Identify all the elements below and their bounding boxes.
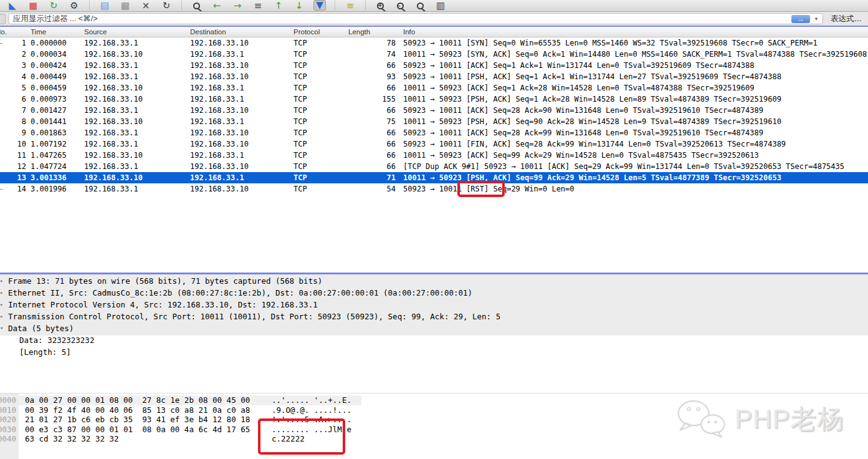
zoom-original-icon[interactable]: [417, 2, 424, 9]
column-header-info[interactable]: Info: [403, 28, 415, 36]
detail-tree-row[interactable]: [Length: 5]: [0, 346, 868, 358]
packet-row[interactable]: 60.000973192.168.33.10192.168.33.1TCP155…: [0, 94, 868, 105]
hex-offset: 0040: [0, 434, 16, 444]
apply-filter-button[interactable]: →: [791, 15, 810, 23]
packet-row[interactable]: 30.000424192.168.33.1192.168.33.10TCP665…: [0, 60, 868, 71]
auto-scroll-icon[interactable]: ▼: [313, 0, 326, 11]
cell-destination: 192.168.33.10: [190, 105, 249, 116]
column-header-no[interactable]: No.: [0, 28, 7, 36]
cell-destination: 192.168.33.10: [190, 60, 249, 71]
cell-protocol: TCP: [293, 60, 307, 71]
close-file-icon[interactable]: ×: [140, 1, 152, 11]
last-packet-icon[interactable]: ↓: [293, 1, 305, 11]
hex-ascii: .9.O@.@. ....!...: [272, 405, 351, 415]
packet-row[interactable]: –143.001996192.168.33.1192.168.33.10TCP5…: [0, 183, 868, 195]
resize-columns-icon[interactable]: ▥: [434, 1, 447, 11]
expression-button[interactable]: 表达式…: [823, 14, 862, 24]
capture-options-icon[interactable]: ⚙: [68, 1, 80, 11]
zoom-out-icon[interactable]: [397, 2, 404, 9]
go-back-icon[interactable]: ←: [211, 1, 223, 11]
packet-row[interactable]: –10.000000192.168.33.1192.168.33.10TCP78…: [0, 37, 868, 49]
cell-destination: 192.168.33.1: [190, 49, 244, 60]
cell-no: 11: [0, 150, 26, 161]
cell-info: 50923 → 10011 [PSH, ACK] Seq=1 Ack=1 Win…: [403, 71, 868, 82]
cell-source: 192.168.33.1: [84, 105, 138, 116]
cell-no: 7: [0, 105, 26, 116]
column-header-protocol[interactable]: Protocol: [293, 28, 320, 36]
cell-destination: 192.168.33.10: [190, 161, 249, 172]
reload-icon[interactable]: ↻: [160, 1, 173, 11]
go-forward-icon[interactable]: →: [231, 1, 244, 11]
cell-time: 0.000459: [31, 82, 67, 94]
filter-bookmark-button[interactable]: [0, 14, 6, 24]
toolbar-separator: [365, 1, 366, 10]
colorize-icon[interactable]: ≡: [344, 1, 356, 11]
open-file-icon[interactable]: ▤: [98, 1, 111, 11]
cell-source: 192.168.33.10: [84, 82, 143, 94]
hex-bytes: 63 cd 32 32 32 32 32: [25, 434, 119, 444]
cell-destination: 192.168.33.10: [190, 127, 249, 138]
cell-protocol: TCP: [293, 105, 307, 116]
stop-capture-icon[interactable]: ■: [27, 1, 39, 11]
first-packet-icon[interactable]: ↑: [272, 1, 285, 11]
packet-row[interactable]: 111.047265192.168.33.10192.168.33.1TCP66…: [0, 150, 868, 161]
cell-source: 192.168.33.1: [84, 138, 138, 150]
save-file-icon[interactable]: ▦: [119, 1, 131, 11]
go-to-packet-icon[interactable]: ≡: [252, 1, 264, 11]
detail-tree-row[interactable]: ▸Frame 13: 71 bytes on wire (568 bits), …: [0, 275, 868, 287]
rst-flag-annotation-box: [457, 181, 505, 197]
column-header-destination[interactable]: Destination: [190, 28, 226, 36]
packet-details-pane: ▸Frame 13: 71 bytes on wire (568 bits), …: [0, 275, 868, 358]
detail-text: Internet Protocol Version 4, Src: 192.16…: [8, 300, 318, 309]
cell-time: 0.000000: [31, 37, 67, 49]
detail-tree-row[interactable]: Data: 3232323232: [0, 334, 868, 346]
cell-no: 5: [0, 82, 26, 94]
column-header-time[interactable]: Time: [31, 28, 46, 36]
toolbar-separator: [335, 1, 335, 10]
hex-offset: 0000: [0, 395, 16, 405]
cell-protocol: TCP: [293, 71, 307, 82]
restart-capture-icon[interactable]: ↻: [47, 1, 60, 11]
start-capture-icon[interactable]: ◣: [6, 1, 19, 11]
cell-protocol: TCP: [293, 161, 307, 172]
detail-tree-row[interactable]: ▸Transmission Control Protocol, Src Port…: [0, 311, 868, 322]
expander-icon[interactable]: ▸: [0, 275, 6, 287]
expander-icon[interactable]: ▸: [0, 311, 6, 322]
detail-tree-row[interactable]: ▸Ethernet II, Src: CadmusCo_8c:1e:2b (08…: [0, 287, 868, 299]
cell-time: 1.007192: [31, 138, 67, 150]
packet-row[interactable]: 50.000459192.168.33.10192.168.33.1TCP661…: [0, 82, 868, 94]
hex-bytes: 0a 00 27 00 00 01 08 00 27 8c 1e 2b 08 0…: [25, 395, 250, 405]
cell-source: 192.168.33.1: [84, 127, 138, 138]
detail-tree-row[interactable]: ▾Data (5 bytes): [0, 322, 868, 334]
packet-row[interactable]: 70.001427192.168.33.1192.168.33.10TCP665…: [0, 105, 868, 116]
cell-destination: 192.168.33.1: [190, 82, 244, 94]
column-header-length[interactable]: Length: [348, 28, 370, 36]
cell-source: 192.168.33.10: [84, 49, 143, 60]
packet-row[interactable]: 40.000449192.168.33.1192.168.33.10TCP935…: [0, 71, 868, 82]
cell-length: 74: [346, 49, 396, 60]
hex-offset: 0010: [0, 405, 16, 415]
cell-no: 8: [0, 116, 26, 127]
cell-no: 13: [0, 172, 26, 183]
packet-row[interactable]: 133.001336192.168.33.10192.168.33.1TCP71…: [0, 172, 868, 183]
detail-text: Frame 13: 71 bytes on wire (568 bits), 7…: [8, 276, 322, 286]
packet-row[interactable]: 101.007192192.168.33.1192.168.33.10TCP66…: [0, 138, 868, 150]
cell-no: 6: [0, 94, 26, 105]
expander-icon[interactable]: ▾: [0, 322, 6, 334]
packet-row[interactable]: 80.001441192.168.33.10192.168.33.1TCP751…: [0, 116, 868, 127]
zoom-in-icon[interactable]: [377, 2, 384, 9]
cell-length: 54: [346, 183, 396, 195]
display-filter-input[interactable]: 应用显示过滤器 ... <⌘/> → ▼: [8, 13, 823, 24]
watermark: PHP老杨: [676, 395, 857, 443]
filter-history-caret-icon[interactable]: ▼: [810, 16, 820, 22]
packet-row[interactable]: 20.000034192.168.33.10192.168.33.1TCP741…: [0, 49, 868, 60]
detail-tree-row[interactable]: ▸Internet Protocol Version 4, Src: 192.1…: [0, 299, 868, 311]
packet-row[interactable]: 90.001863192.168.33.1192.168.33.10TCP665…: [0, 127, 868, 138]
cell-source: 192.168.33.10: [84, 150, 143, 161]
packet-row[interactable]: 121.047724192.168.33.1192.168.33.10TCP66…: [0, 161, 868, 172]
expander-icon[interactable]: ▸: [0, 287, 6, 299]
find-packet-icon[interactable]: [193, 2, 200, 9]
column-header-source[interactable]: Source: [84, 28, 107, 36]
expander-icon[interactable]: ▸: [0, 299, 6, 311]
cell-length: 66: [346, 161, 396, 172]
